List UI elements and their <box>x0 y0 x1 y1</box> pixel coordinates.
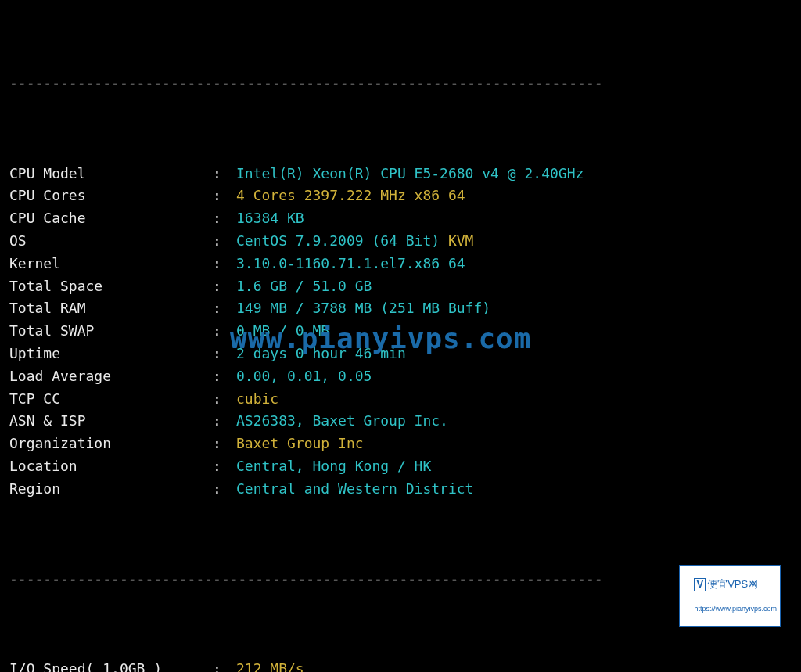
colon: : <box>213 455 236 478</box>
io-value: 212 MB/s <box>236 658 792 672</box>
info-value: AS26383, Baxet Group Inc. <box>236 410 792 433</box>
io-label: I/O Speed( 1.0GB ) <box>9 658 213 672</box>
colon: : <box>213 478 236 501</box>
badge-url: https://www.pianyivps.com <box>694 605 777 613</box>
info-value: 1.6 GB / 51.0 GB <box>236 275 792 298</box>
info-label: Kernel <box>9 253 213 275</box>
colon: : <box>213 410 236 433</box>
info-row: Load Average: 0.00, 0.01, 0.05 <box>9 365 792 388</box>
info-value: 149 MB / 3788 MB (251 MB Buff) <box>236 297 792 320</box>
colon: : <box>213 163 236 185</box>
info-label: ASN & ISP <box>9 410 213 433</box>
info-value: Central and Western District <box>236 478 792 501</box>
info-label: CPU Cache <box>9 207 213 230</box>
separator: ----------------------------------------… <box>9 568 792 591</box>
colon: : <box>213 207 236 230</box>
colon: : <box>213 433 236 455</box>
info-value: CentOS 7.9.2009 (64 Bit) KVM <box>236 230 792 253</box>
system-info-block: CPU Model: Intel(R) Xeon(R) CPU E5-2680 … <box>9 163 792 501</box>
colon: : <box>213 297 236 320</box>
info-value: 16384 KB <box>236 207 792 230</box>
info-label: CPU Model <box>9 163 213 185</box>
info-value: 0.00, 0.01, 0.05 <box>236 365 792 388</box>
info-value: cubic <box>236 388 792 411</box>
info-row: Total SWAP: 0 MB / 0 MB <box>9 320 792 343</box>
info-value: Central, Hong Kong / HK <box>236 455 792 478</box>
info-row: Total Space: 1.6 GB / 51.0 GB <box>9 275 792 298</box>
info-label: CPU Cores <box>9 185 213 207</box>
colon: : <box>213 343 236 365</box>
info-row: ASN & ISP: AS26383, Baxet Group Inc. <box>9 410 792 433</box>
info-value: 3.10.0-1160.71.1.el7.x86_64 <box>236 253 792 275</box>
colon: : <box>213 365 236 388</box>
info-label: Location <box>9 455 213 478</box>
info-row: Kernel: 3.10.0-1160.71.1.el7.x86_64 <box>9 253 792 275</box>
info-row: Location: Central, Hong Kong / HK <box>9 455 792 478</box>
info-row: Region: Central and Western District <box>9 478 792 501</box>
io-speed-block: I/O Speed( 1.0GB ): 212 MB/sI/O Speed( 1… <box>9 658 792 672</box>
info-row: Uptime: 2 days 0 hour 46 min <box>9 343 792 365</box>
info-row: CPU Cache: 16384 KB <box>9 207 792 230</box>
info-value: 2 days 0 hour 46 min <box>236 343 792 365</box>
info-label: Organization <box>9 433 213 455</box>
info-row: Organization: Baxet Group Inc <box>9 433 792 455</box>
colon: : <box>213 230 236 253</box>
info-value: 4 Cores 2397.222 MHz x86_64 <box>236 185 792 207</box>
colon: : <box>213 388 236 411</box>
terminal-output: ----------------------------------------… <box>0 0 801 672</box>
info-value: 0 MB / 0 MB <box>236 320 792 343</box>
info-label: Region <box>9 478 213 501</box>
info-label: Uptime <box>9 343 213 365</box>
info-row: TCP CC: cubic <box>9 388 792 411</box>
info-row: Total RAM: 149 MB / 3788 MB (251 MB Buff… <box>9 297 792 320</box>
info-label: TCP CC <box>9 388 213 411</box>
info-label: Total Space <box>9 275 213 298</box>
info-value: Intel(R) Xeon(R) CPU E5-2680 v4 @ 2.40GH… <box>236 163 792 185</box>
info-row: OS: CentOS 7.9.2009 (64 Bit) KVM <box>9 230 792 253</box>
info-label: Total RAM <box>9 297 213 320</box>
info-row: CPU Model: Intel(R) Xeon(R) CPU E5-2680 … <box>9 163 792 185</box>
info-label: Total SWAP <box>9 320 213 343</box>
info-label: Load Average <box>9 365 213 388</box>
colon: : <box>213 185 236 207</box>
info-label: OS <box>9 230 213 253</box>
io-row: I/O Speed( 1.0GB ): 212 MB/s <box>9 658 792 672</box>
separator: ----------------------------------------… <box>9 72 792 95</box>
colon: : <box>213 275 236 298</box>
colon: : <box>213 320 236 343</box>
colon: : <box>213 658 236 672</box>
colon: : <box>213 253 236 275</box>
info-value: Baxet Group Inc <box>236 433 792 455</box>
info-row: CPU Cores: 4 Cores 2397.222 MHz x86_64 <box>9 185 792 207</box>
